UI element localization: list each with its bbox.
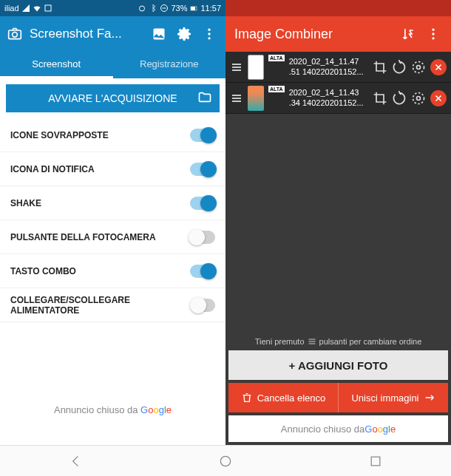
- toggle-power-connect[interactable]: [191, 299, 215, 312]
- svg-point-17: [417, 96, 421, 100]
- more-button-right[interactable]: [424, 25, 442, 43]
- svg-point-12: [432, 29, 434, 31]
- folder-icon: [197, 90, 212, 105]
- image-list: ALTA 2020_02_14_11.47 .51 140220201152..…: [226, 52, 451, 114]
- delete-button[interactable]: [430, 59, 447, 75]
- status-bar-right: [226, 0, 451, 16]
- time-label: 11:57: [200, 4, 221, 13]
- toggle-overlay-icons[interactable]: [190, 129, 215, 142]
- close-icon: [433, 62, 444, 72]
- battery-label: 73%: [171, 4, 187, 13]
- action-row: Cancella elenco Unisci immagini: [228, 383, 448, 412]
- rotate-icon[interactable]: [392, 60, 407, 75]
- svg-point-9: [208, 29, 210, 31]
- bluetooth-icon: [149, 4, 157, 13]
- drag-handle-icon[interactable]: [230, 92, 243, 104]
- crop-icon[interactable]: [373, 91, 387, 106]
- tabs: Screenshot Registrazione: [0, 52, 226, 78]
- drag-handle-icon: [308, 337, 316, 346]
- setting-label: COLLEGARE/SCOLLEGARE ALIMENTATORE: [10, 295, 191, 316]
- svg-point-16: [413, 61, 424, 72]
- setting-label: PULSANTE DELLA FOTOCAMERA: [10, 232, 156, 242]
- svg-point-19: [220, 456, 230, 466]
- folder-button[interactable]: [197, 90, 212, 107]
- image-row[interactable]: ALTA 2020_02_14_11.43 .34 140220201152..…: [226, 83, 451, 114]
- toggle-shake[interactable]: [190, 197, 215, 210]
- filename: 2020_02_14_11.43 .34 140220201152...: [289, 88, 368, 107]
- setting-label: TASTO COMBO: [10, 266, 76, 276]
- toggle-combo-key[interactable]: [190, 265, 215, 278]
- settings-button[interactable]: [175, 25, 193, 43]
- sort-az-icon: [401, 27, 416, 41]
- setting-notification-icon[interactable]: ICONA DI NOTIFICA: [0, 152, 226, 186]
- nav-back-icon[interactable]: [68, 454, 83, 469]
- svg-point-15: [417, 65, 421, 69]
- svg-rect-4: [191, 7, 195, 10]
- thumbnail: [248, 55, 264, 80]
- crop-icon[interactable]: [373, 60, 387, 75]
- svg-point-1: [140, 6, 145, 11]
- sort-button[interactable]: [399, 25, 417, 43]
- ad-closed-left: Annuncio chiuso da Google: [0, 394, 226, 445]
- status-bar-left: iliad 73% 11:57: [0, 0, 226, 16]
- gear-icon[interactable]: [411, 91, 426, 106]
- setting-label: ICONA DI NOTIFICA: [10, 164, 95, 174]
- app-title-left: Screenshot Fa...: [30, 27, 143, 41]
- nav-home-icon[interactable]: [218, 454, 233, 469]
- more-vert-icon: [202, 27, 217, 41]
- empty-area: [226, 114, 451, 333]
- nfc-icon: [44, 4, 52, 13]
- filename: 2020_02_14_11.47 .51 140220201152...: [289, 57, 368, 76]
- app-header-right: Image Combiner: [226, 16, 451, 52]
- svg-point-6: [13, 33, 18, 38]
- image-icon: [152, 27, 166, 41]
- signal-icon: [21, 4, 30, 13]
- setting-label: ICONE SOVRAPPOSTE: [10, 130, 109, 140]
- gear-icon[interactable]: [411, 60, 426, 75]
- nav-bar: [0, 445, 451, 476]
- settings-list: ICONE SOVRAPPOSTE ICONA DI NOTIFICA SHAK…: [0, 118, 226, 394]
- camera-icon: [7, 27, 22, 41]
- setting-overlay-icons[interactable]: ICONE SOVRAPPOSTE: [0, 118, 226, 152]
- close-icon: [433, 93, 444, 103]
- toggle-notification-icon[interactable]: [190, 163, 215, 176]
- delete-button[interactable]: [430, 90, 447, 106]
- quality-badge: ALTA: [268, 55, 285, 61]
- svg-point-10: [208, 33, 210, 35]
- merge-images-button[interactable]: Unisci immagini: [339, 383, 448, 412]
- trash-icon: [241, 392, 253, 404]
- add-photo-button[interactable]: + AGGIUNGI FOTO: [228, 350, 448, 380]
- setting-combo-key[interactable]: TASTO COMBO: [0, 254, 226, 288]
- setting-shake[interactable]: SHAKE: [0, 186, 226, 220]
- gear-icon: [177, 27, 191, 41]
- toggle-camera-button[interactable]: [190, 231, 215, 244]
- more-vert-icon: [426, 27, 441, 41]
- svg-point-11: [208, 37, 210, 39]
- svg-rect-0: [45, 5, 51, 11]
- rotate-icon[interactable]: [392, 91, 407, 106]
- quality-badge: ALTA: [268, 86, 285, 92]
- image-row[interactable]: ALTA 2020_02_14_11.47 .51 140220201152..…: [226, 52, 451, 83]
- gallery-button[interactable]: [150, 25, 168, 43]
- start-capture-label: AVVIARE L'ACQUISIZIONE: [48, 92, 177, 104]
- clear-list-button[interactable]: Cancella elenco: [228, 383, 339, 412]
- svg-rect-20: [371, 457, 380, 466]
- google-logo-text: Google: [140, 404, 172, 415]
- more-button[interactable]: [200, 25, 218, 43]
- setting-label: SHAKE: [10, 198, 41, 208]
- start-capture-button[interactable]: AVVIARE L'ACQUISIZIONE: [6, 84, 220, 112]
- setting-power-connect[interactable]: COLLEGARE/SCOLLEGARE ALIMENTATORE: [0, 288, 226, 322]
- nav-recent-icon[interactable]: [368, 454, 383, 469]
- tab-screenshot[interactable]: Screenshot: [0, 52, 113, 78]
- alarm-icon: [138, 4, 146, 13]
- thumbnail: [248, 86, 264, 111]
- setting-camera-button[interactable]: PULSANTE DELLA FOTOCAMERA: [0, 220, 226, 254]
- ad-prefix: Annuncio chiuso da: [281, 424, 364, 435]
- google-logo-text: Google: [364, 424, 396, 435]
- dnd-icon: [160, 4, 169, 13]
- arrow-right-icon: [424, 392, 435, 404]
- drag-handle-icon[interactable]: [230, 61, 243, 73]
- tab-recording[interactable]: Registrazione: [113, 52, 226, 78]
- svg-point-13: [432, 33, 434, 35]
- wifi-icon: [33, 4, 41, 13]
